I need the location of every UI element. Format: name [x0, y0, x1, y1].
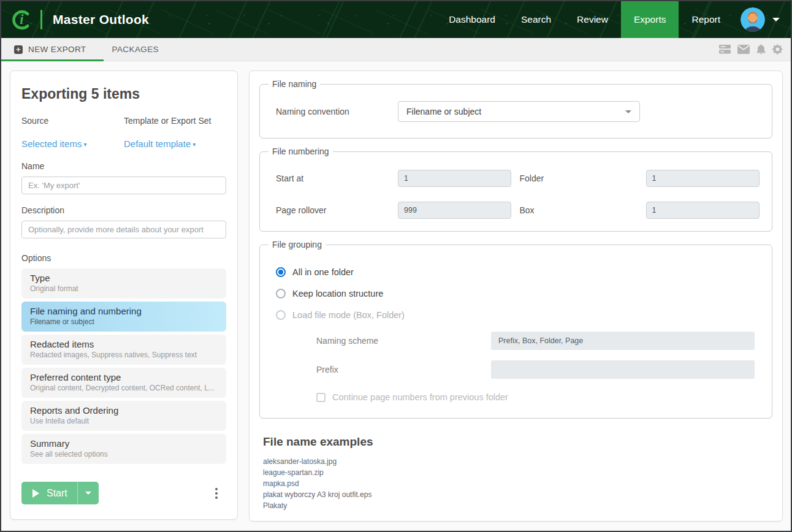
sub-toolbar: + NEW EXPORT PACKAGES	[1, 38, 791, 61]
box-label: Box	[520, 205, 646, 215]
main-nav: Dashboard Search Review Exports Report	[436, 1, 791, 38]
file-grouping-fieldset: File grouping All in one folder Keep loc…	[259, 240, 772, 419]
source-dropdown-label: Selected items	[21, 139, 82, 149]
page-rollover-label: Page rollover	[276, 205, 398, 215]
chevron-down-icon	[85, 492, 91, 495]
file-naming-settings-panel: File naming Naming convention Filename o…	[249, 70, 783, 522]
examples-title: File name examples	[263, 435, 769, 449]
export-name-input[interactable]	[21, 177, 226, 194]
avatar[interactable]	[741, 7, 765, 32]
radio-label: Keep location structure	[292, 289, 383, 298]
file-example: league-spartan.zip	[263, 467, 769, 478]
naming-scheme-input[interactable]	[491, 332, 755, 350]
naming-convention-value: Filename or subject	[406, 107, 481, 116]
template-label: Template or Export Set	[124, 116, 226, 126]
tab-packages-label: PACKAGES	[112, 45, 159, 54]
nav-item-search[interactable]: Search	[508, 1, 564, 38]
option-file-naming[interactable]: File naming and numbering Filename or su…	[21, 302, 226, 332]
more-options-kebab-icon[interactable]	[211, 485, 221, 501]
chevron-down-icon: ▾	[83, 141, 86, 148]
folder-label: Folder	[520, 173, 646, 183]
start-button[interactable]: Start	[21, 482, 77, 504]
folder-input[interactable]	[646, 170, 760, 187]
tab-new-export-label: NEW EXPORT	[28, 45, 86, 54]
user-menu[interactable]	[733, 1, 791, 38]
option-preferred-content-type[interactable]: Preferred content type Original content,…	[21, 368, 226, 398]
bell-icon[interactable]	[756, 44, 766, 55]
radio-icon[interactable]	[276, 289, 286, 298]
nav-item-dashboard[interactable]: Dashboard	[436, 1, 508, 38]
export-description-input[interactable]	[21, 221, 226, 238]
nav-item-report[interactable]: Report	[679, 1, 733, 38]
option-reports-ordering[interactable]: Reports and Ordering Use Intella default	[21, 401, 226, 431]
file-name-examples: File name examples aleksander-latoska.jp…	[259, 427, 772, 514]
option-title: Redacted items	[30, 339, 218, 349]
start-options-dropdown[interactable]	[77, 482, 99, 504]
page-rollover-input[interactable]	[398, 202, 511, 219]
radio-load-file-mode: Load file mode (Box, Folder)	[276, 310, 763, 320]
radio-label: Load file mode (Box, Folder)	[292, 310, 405, 320]
case-title: Master Outlook	[53, 12, 149, 27]
continue-page-numbers-checkbox-row: Continue page numbers from previous fold…	[316, 392, 763, 402]
start-at-input[interactable]	[398, 170, 511, 187]
brand: i Master Outlook	[1, 1, 149, 38]
start-button-label: Start	[47, 488, 67, 499]
naming-scheme-label: Naming scheme	[316, 336, 491, 346]
option-title: Summary	[30, 438, 218, 449]
radio-icon[interactable]	[276, 267, 286, 277]
option-type[interactable]: Type Original format	[21, 268, 226, 298]
file-example: aleksander-latoska.jpg	[263, 456, 769, 467]
naming-convention-select[interactable]: Filename or subject	[398, 101, 640, 122]
options-label: Options	[21, 253, 226, 263]
tab-packages[interactable]: PACKAGES	[99, 38, 172, 61]
chevron-down-icon[interactable]	[772, 18, 780, 21]
nav-item-review[interactable]: Review	[564, 1, 621, 38]
file-example: mapka.psd	[263, 478, 769, 489]
source-label: Source	[21, 116, 124, 126]
nav-item-exports[interactable]: Exports	[621, 1, 679, 38]
mail-icon[interactable]	[737, 45, 750, 54]
file-numbering-legend: File numbering	[268, 146, 333, 156]
play-icon	[32, 489, 39, 498]
option-subtitle: Use Intella default	[30, 417, 218, 425]
main-content: Exporting 5 items Source Template or Exp…	[1, 61, 791, 530]
brand-divider	[40, 10, 42, 29]
file-naming-fieldset: File naming Naming convention Filename o…	[259, 79, 772, 139]
radio-keep-location-structure[interactable]: Keep location structure	[276, 289, 763, 298]
toolbar-icons	[719, 38, 791, 61]
start-split-button[interactable]: Start	[21, 482, 99, 504]
app-logo-icon: i	[10, 9, 32, 31]
start-at-label: Start at	[276, 173, 398, 183]
naming-convention-label: Naming convention	[276, 107, 398, 116]
chevron-down-icon: ▾	[192, 141, 196, 148]
template-dropdown[interactable]: Default template▾	[124, 139, 226, 149]
prefix-label: Prefix	[316, 365, 491, 374]
radio-label: All in one folder	[292, 267, 354, 277]
option-subtitle: Original content, Decrypted content, OCR…	[30, 384, 218, 392]
radio-all-in-one-folder[interactable]: All in one folder	[276, 267, 763, 277]
prefix-input[interactable]	[491, 360, 755, 379]
option-title: Reports and Ordering	[30, 405, 218, 416]
top-navbar: i Master Outlook Dashboard Search Review…	[1, 1, 791, 38]
box-input[interactable]	[646, 202, 760, 219]
checkbox-icon	[316, 393, 326, 402]
option-subtitle: Original format	[30, 284, 218, 293]
panel-title: Exporting 5 items	[21, 86, 226, 102]
template-dropdown-label: Default template	[124, 139, 191, 149]
option-subtitle: Redacted images, Suppress natives, Suppr…	[30, 351, 218, 359]
chevron-down-icon	[625, 110, 631, 113]
gear-icon[interactable]	[772, 44, 783, 55]
radio-icon	[276, 310, 286, 320]
file-example: plakat wyborczy A3 kroj outfit.eps	[263, 489, 769, 500]
file-example: Plakaty	[263, 500, 769, 511]
svg-text:i: i	[20, 12, 24, 27]
source-dropdown[interactable]: Selected items▾	[21, 139, 124, 149]
export-setup-panel: Exporting 5 items Source Template or Exp…	[10, 70, 238, 520]
export-queue-icon[interactable]	[719, 45, 731, 54]
description-label: Description	[21, 205, 226, 215]
option-title: Type	[30, 273, 218, 283]
option-redacted-items[interactable]: Redacted items Redacted images, Suppress…	[21, 335, 226, 365]
option-title: File naming and numbering	[30, 306, 218, 316]
tab-new-export[interactable]: + NEW EXPORT	[1, 38, 99, 61]
option-summary[interactable]: Summary See all selected options	[21, 434, 226, 464]
